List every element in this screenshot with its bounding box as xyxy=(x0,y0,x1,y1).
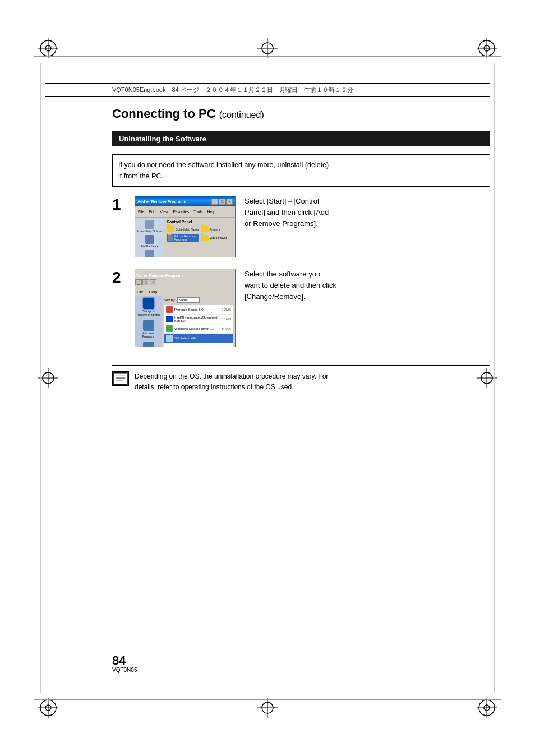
screenshot1-body: Accessibility Options Add Hardware Date … xyxy=(135,218,235,257)
step-2-number: 2 xyxy=(112,270,126,285)
win2-maximize-btn: □ xyxy=(142,279,149,285)
sidebar-item-accessibility: Accessibility Options xyxy=(136,220,163,233)
page-number: 84 xyxy=(112,654,137,667)
page-title-suffix: (continued) xyxy=(219,110,264,119)
win2-close-btn: × xyxy=(150,279,156,285)
section-description-text: If you do not need the software installe… xyxy=(118,161,329,180)
screenshot1-sidebar: Accessibility Options Add Hardware Date … xyxy=(135,218,164,257)
screenshot2-body: Change or Remove Programs Add New Progra… xyxy=(135,296,235,347)
prog-sidebar-add: Add New Programs xyxy=(136,320,160,338)
folder-printers: Printers xyxy=(201,226,233,232)
note-text: Depending on the OS, the uninstallation … xyxy=(135,371,328,393)
win-close-btn: × xyxy=(226,199,233,205)
section-header: Uninstalling the Software xyxy=(112,131,490,146)
program-entry-2: Windows Media Player 9.0 5.4KB xyxy=(164,324,233,334)
reg-mark-br xyxy=(477,698,497,718)
page-title: Connecting to PC (continued) xyxy=(112,107,490,121)
header-file-info: VQT0N05Eng.book 84 ページ ２００４年１１月２２日 月曜日 午… xyxy=(112,86,353,94)
sidebar-item-hardware: Add Hardware xyxy=(136,235,163,248)
win2-minimize-btn: _ xyxy=(135,279,142,285)
step-1-screenshot: Add or Remove Programs _ □ × File Edit V… xyxy=(135,196,236,257)
note-section: Depending on the OS, the uninstallation … xyxy=(112,365,490,393)
screenshot1-toolbar: File Edit View Favorites Tools Help xyxy=(135,206,235,218)
folder-others: Video Player xyxy=(201,234,233,242)
content-area: Connecting to PC (continued) Uninstallin… xyxy=(112,107,490,644)
reg-mark-bl xyxy=(38,698,58,718)
reg-mark-bottom-center xyxy=(257,698,278,718)
folder-grid: Scheduled Tasks Printers Add or Remove P… xyxy=(167,226,233,242)
filter-select: Name xyxy=(177,297,200,303)
reg-mark-top-center xyxy=(257,38,278,58)
header-bottom-line xyxy=(45,96,490,97)
programs-sidebar: Change or Remove Programs Add New Progra… xyxy=(135,296,162,347)
page-footer: 84 VQT0N05 xyxy=(112,654,137,673)
sidebar-item-datetime: Date and Time xyxy=(136,250,163,257)
page-title-text: Connecting to PC xyxy=(112,107,216,121)
filter-bar: Sort by: Name xyxy=(164,297,233,303)
reg-mark-tr xyxy=(477,38,497,58)
step-2-instruction: Select the software you want to delete a… xyxy=(245,269,490,302)
program-entry-3-selected: SD Selector/Fi xyxy=(164,334,233,343)
steps-container: 1 Add or Remove Programs _ □ × File Edit… xyxy=(112,196,490,355)
screenshot2-toolbar: File Help xyxy=(135,285,235,296)
page-code: VQT0N05 xyxy=(112,667,137,673)
program-entry-1: Intel(R) Integrated/Download 815 SA 5.1M… xyxy=(164,315,233,324)
win-maximize-btn: □ xyxy=(219,199,225,205)
reg-mark-tl xyxy=(38,38,58,58)
step-1-number: 1 xyxy=(112,197,126,213)
note-icon xyxy=(112,371,129,386)
program-entry-0: Pinnacle Studio 8.0 3.2MB xyxy=(164,305,233,315)
win-minimize-btn: _ xyxy=(211,199,218,205)
svg-rect-28 xyxy=(114,373,127,384)
step-2-screenshot: Add or Remove Programs _ □ × File Help xyxy=(135,269,236,347)
section-description: If you do not need the software installe… xyxy=(112,154,490,187)
prog-sidebar-change: Change or Remove Programs xyxy=(136,298,160,316)
folder-scheduled: Scheduled Tasks xyxy=(167,226,199,232)
program-list: Pinnacle Studio 8.0 3.2MB Intel(R) Integ… xyxy=(164,305,233,347)
programs-main: Sort by: Name Pinnacle Studio 8.0 3.2MB xyxy=(162,296,235,347)
step-2-row: 2 Add or Remove Programs _ □ × File Help xyxy=(112,269,490,347)
header-top-line xyxy=(45,83,490,84)
screenshot2-titlebar: Add or Remove Programs _ □ × xyxy=(135,269,235,285)
screenshot1-titlebar: Add or Remove Programs _ □ × xyxy=(135,196,235,206)
prog-sidebar-windows: Add/Remove Windows Components xyxy=(136,342,160,347)
folder-add-hardware-highlighted: Add or Remove Programs xyxy=(167,234,199,242)
screenshot1-main: Control Panel Scheduled Tasks Printers xyxy=(164,218,235,257)
step-1-instruction: Select [Start]→[Control Panel] and then … xyxy=(245,196,490,229)
step-1-row: 1 Add or Remove Programs _ □ × File Edit… xyxy=(112,196,490,257)
